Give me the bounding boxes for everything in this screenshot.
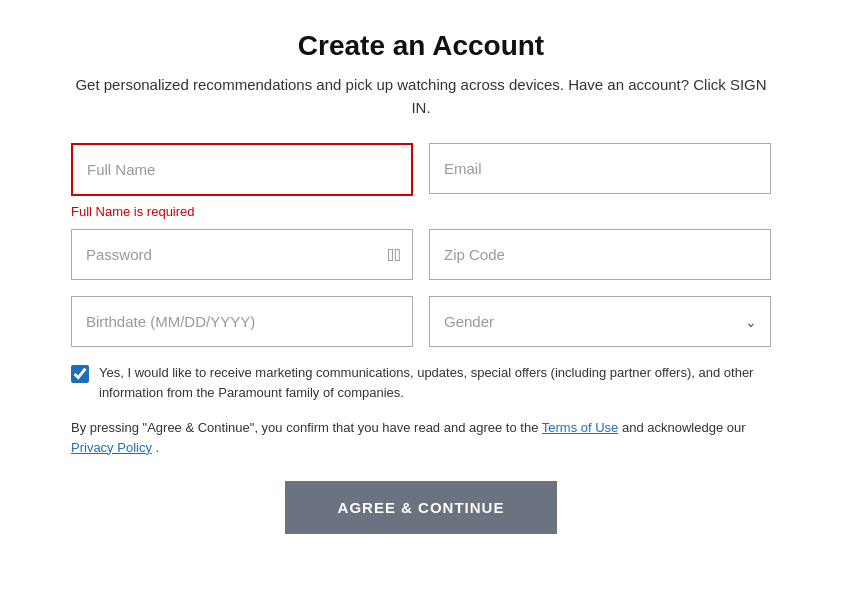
row-password-zip: 👁⃠ [71, 229, 771, 280]
agree-continue-button[interactable]: AGREE & CONTINUE [285, 481, 557, 534]
privacy-policy-link[interactable]: Privacy Policy [71, 440, 152, 455]
zip-group [429, 229, 771, 280]
zip-input[interactable] [429, 229, 771, 280]
password-input[interactable] [71, 229, 413, 280]
marketing-checkbox-label[interactable]: Yes, I would like to receive marketing c… [99, 363, 771, 402]
full-name-error-group: Full Name is required [71, 200, 413, 225]
birthdate-group [71, 296, 413, 347]
page-subtitle: Get personalized recommendations and pic… [71, 74, 771, 119]
legal-suffix: . [156, 440, 160, 455]
legal-text: By pressing "Agree & Continue", you conf… [71, 418, 771, 457]
account-creation-form: Create an Account Get personalized recom… [71, 30, 771, 534]
page-title: Create an Account [71, 30, 771, 62]
gender-select[interactable]: Gender Male Female Non-binary Prefer not… [429, 296, 771, 347]
password-wrapper: 👁⃠ [71, 229, 413, 280]
row-name-email [71, 143, 771, 196]
gender-group: Gender Male Female Non-binary Prefer not… [429, 296, 771, 347]
full-name-input[interactable] [71, 143, 413, 196]
email-input[interactable] [429, 143, 771, 194]
legal-middle: and acknowledge our [622, 420, 746, 435]
terms-of-use-link[interactable]: Terms of Use [542, 420, 619, 435]
marketing-checkbox-row: Yes, I would like to receive marketing c… [71, 363, 771, 402]
error-row: Full Name is required [71, 200, 771, 225]
password-group: 👁⃠ [71, 229, 413, 280]
full-name-group [71, 143, 413, 196]
marketing-checkbox[interactable] [71, 365, 89, 383]
email-error-spacer [429, 200, 771, 225]
birthdate-input[interactable] [71, 296, 413, 347]
email-group [429, 143, 771, 196]
password-toggle-icon[interactable]: 👁⃠ [388, 244, 401, 265]
full-name-error: Full Name is required [71, 204, 413, 219]
row-birthdate-gender: Gender Male Female Non-binary Prefer not… [71, 296, 771, 347]
legal-prefix: By pressing "Agree & Continue", you conf… [71, 420, 542, 435]
